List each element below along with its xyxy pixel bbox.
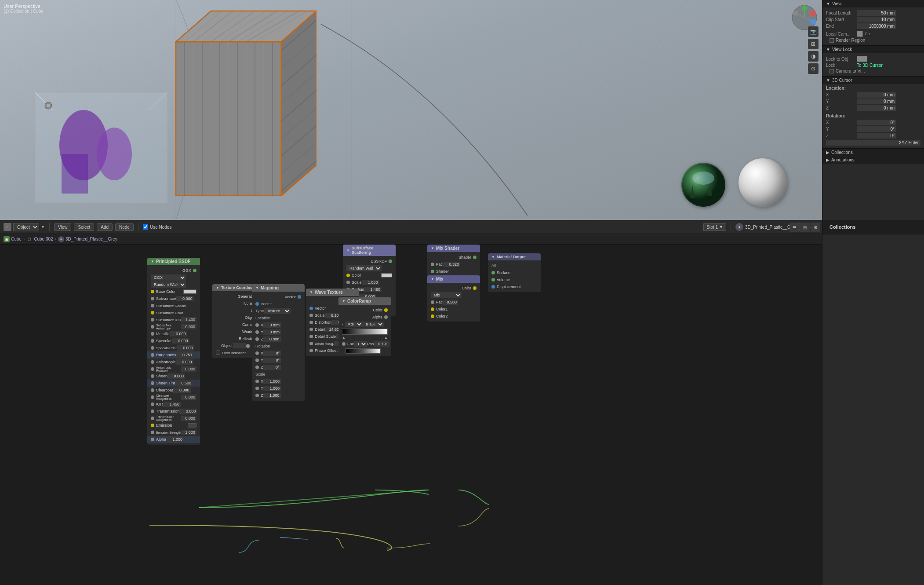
cr-pos-input[interactable] bbox=[374, 341, 389, 347]
clearcoat-input[interactable] bbox=[173, 388, 191, 393]
aniso-rot-input[interactable] bbox=[181, 366, 196, 372]
select-menu[interactable]: Select bbox=[74, 223, 94, 231]
cursor-x-input[interactable] bbox=[857, 92, 896, 98]
subsurface-header[interactable]: ▼ Subsurface Scattering bbox=[343, 245, 396, 256]
add-menu[interactable]: Add bbox=[97, 223, 113, 231]
metallic-input[interactable] bbox=[170, 331, 187, 336]
tex-coord-collapse[interactable]: ▼ bbox=[216, 286, 219, 290]
camera-icon[interactable]: 📷 bbox=[808, 26, 819, 37]
sheen-tint-input[interactable] bbox=[175, 380, 193, 386]
trans-rough-input[interactable] bbox=[181, 416, 196, 421]
clip-start-input[interactable] bbox=[857, 17, 896, 22]
map-loc-z-input[interactable] bbox=[263, 336, 281, 342]
camera-to-vi-cb[interactable] bbox=[829, 69, 834, 73]
toolbar-list-icon[interactable]: ☰ bbox=[789, 223, 799, 232]
distribution-select[interactable]: GGX bbox=[151, 274, 186, 281]
mix-fac2-input[interactable] bbox=[443, 300, 458, 305]
sub-scale-input[interactable] bbox=[362, 280, 379, 285]
em-str-input[interactable] bbox=[181, 430, 196, 435]
spec-tint-input[interactable] bbox=[177, 345, 194, 351]
grid-icon[interactable]: ⊞ bbox=[808, 39, 819, 49]
node-editor[interactable]: ▼ Principled BSDF GGX GGX Random Walk Ba… bbox=[0, 245, 822, 585]
cr-rgb-select[interactable]: RGB bbox=[345, 322, 363, 327]
tc-fi-cb[interactable] bbox=[216, 351, 220, 355]
cr-stop-black[interactable]: ▲ bbox=[342, 336, 346, 340]
color-ramp-collapse[interactable]: ▼ bbox=[342, 299, 346, 303]
subsurface-input[interactable] bbox=[176, 296, 194, 301]
cr-stop-white[interactable]: ▲ bbox=[384, 336, 388, 340]
toolbar-settings-icon[interactable]: ⚙ bbox=[811, 223, 820, 232]
render-region-cb[interactable] bbox=[829, 38, 834, 43]
wave-tex-header[interactable]: ▼ Wave Texture bbox=[306, 289, 359, 296]
shading-icon[interactable]: ◑ bbox=[808, 51, 819, 62]
sub-col-swatch[interactable] bbox=[381, 273, 392, 278]
mapping-type-select[interactable]: Texture bbox=[264, 308, 291, 314]
cr-interp-select[interactable]: B-Spline bbox=[363, 322, 384, 327]
cr-minus[interactable]: - bbox=[342, 322, 343, 326]
mode-select[interactable]: Object bbox=[13, 223, 39, 231]
mix-type-select[interactable]: Mix bbox=[431, 292, 462, 298]
tc-obj-input[interactable] bbox=[233, 343, 246, 348]
cr-fac-select[interactable]: ▼ bbox=[354, 341, 367, 347]
map-rot-z-input[interactable] bbox=[263, 365, 281, 370]
cursor-rx-input[interactable] bbox=[857, 120, 896, 125]
viewport[interactable]: User Perspective (1) Collection | Cube bbox=[0, 0, 822, 220]
mix-collapse[interactable]: ▼ bbox=[431, 277, 434, 281]
mat-out-header[interactable]: ▼ Material Output bbox=[488, 253, 541, 260]
focal-length-input[interactable] bbox=[857, 10, 896, 16]
sheen-input[interactable] bbox=[167, 373, 185, 379]
map-loc-y-input[interactable] bbox=[263, 329, 281, 335]
mapping-header[interactable]: ▼ Mapping bbox=[252, 284, 305, 292]
mapping-collapse[interactable]: ▼ bbox=[255, 286, 259, 290]
color-ramp-header[interactable]: ▼ ColorRamp bbox=[338, 297, 391, 305]
principled-header[interactable]: ▼ Principled BSDF bbox=[147, 258, 200, 265]
sub-method-select[interactable]: Random Walk bbox=[346, 265, 382, 271]
sub-ior-input[interactable] bbox=[181, 317, 196, 322]
wave-tex-collapse[interactable]: ▼ bbox=[309, 290, 313, 294]
mix-shader-collapse[interactable]: ▼ bbox=[431, 246, 434, 250]
use-nodes-toggle[interactable]: Use Nodes bbox=[143, 224, 171, 230]
cursor-z-input[interactable] bbox=[857, 105, 896, 111]
collections-header[interactable]: ▶ Collections bbox=[822, 149, 924, 156]
map-loc-x-input[interactable] bbox=[263, 322, 281, 328]
node-menu[interactable]: Node bbox=[115, 223, 134, 231]
roughness-input[interactable] bbox=[176, 352, 194, 358]
map-rot-y-input[interactable] bbox=[263, 358, 281, 363]
subsurface-method-select[interactable]: Random Walk bbox=[151, 282, 186, 288]
cr-fac-swatch[interactable] bbox=[346, 348, 381, 354]
sub-rad-input[interactable] bbox=[364, 287, 382, 292]
mix-fac-input[interactable] bbox=[443, 262, 460, 267]
sub-aniso-input[interactable] bbox=[181, 324, 196, 329]
aniso-input[interactable] bbox=[176, 359, 193, 365]
cc-rough-input[interactable] bbox=[181, 395, 196, 400]
map-rot-x-input[interactable] bbox=[263, 351, 281, 356]
specular-input[interactable] bbox=[172, 338, 189, 344]
use-nodes-cb[interactable] bbox=[143, 224, 148, 230]
principled-collapse[interactable]: ▼ bbox=[151, 260, 154, 263]
overlay-icon[interactable]: ⊙ bbox=[808, 63, 819, 74]
base-color-swatch[interactable] bbox=[183, 289, 196, 294]
cursor-3d-header[interactable]: ▼ 3D Cursor bbox=[822, 77, 924, 84]
cursor-rz-input[interactable] bbox=[857, 133, 896, 139]
cursor-ry-input[interactable] bbox=[857, 126, 896, 132]
map-sc-y-input[interactable] bbox=[263, 386, 281, 391]
ior-input[interactable] bbox=[163, 402, 181, 407]
cursor-y-input[interactable] bbox=[857, 99, 896, 104]
alpha-input[interactable] bbox=[166, 437, 184, 442]
color-ramp-gradient[interactable]: ▲ ▲ bbox=[342, 329, 388, 340]
map-sc-z-input[interactable] bbox=[263, 393, 281, 398]
xyz-euler-input[interactable] bbox=[826, 140, 920, 146]
emission-swatch[interactable] bbox=[188, 423, 196, 428]
mix-header[interactable]: ▼ Mix bbox=[427, 275, 480, 283]
annotations-header[interactable]: ▶ Annotations bbox=[822, 156, 924, 164]
mat-out-collapse[interactable]: ▼ bbox=[491, 255, 495, 259]
trans-input[interactable] bbox=[179, 409, 197, 414]
clip-end-input[interactable] bbox=[857, 23, 896, 29]
view-lock-header[interactable]: ▼ View Lock bbox=[822, 46, 924, 53]
material-slot[interactable]: Slot 1 ▼ bbox=[703, 223, 726, 231]
subsurface-collapse[interactable]: ▼ bbox=[346, 249, 350, 252]
toolbar-grid-icon[interactable]: ⊞ bbox=[800, 223, 810, 232]
view-section-header[interactable]: ▼ View bbox=[822, 0, 924, 7]
map-sc-x-input[interactable] bbox=[263, 379, 281, 384]
view-menu[interactable]: View bbox=[54, 223, 72, 231]
